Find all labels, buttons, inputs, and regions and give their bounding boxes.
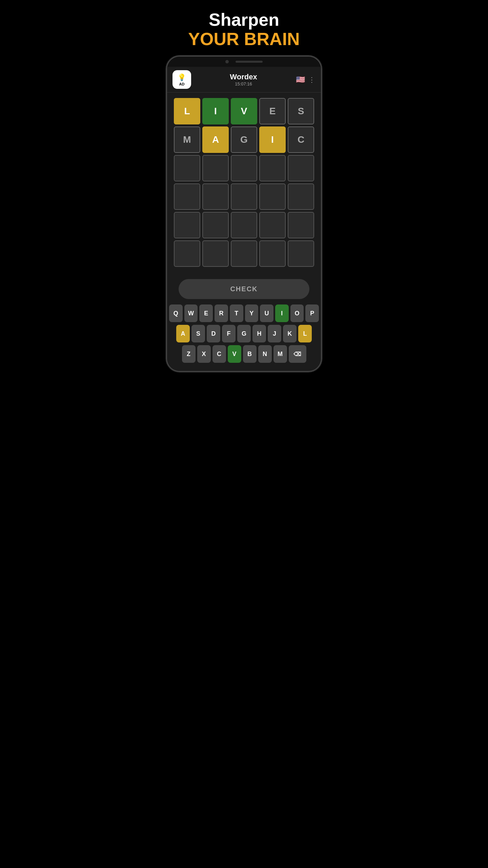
key-button[interactable]: C	[212, 345, 226, 363]
keyboard-row: ASDFGHJKL	[169, 325, 319, 342]
grid-cell	[231, 240, 257, 267]
key-button[interactable]: U	[260, 304, 273, 322]
grid-cell: L	[174, 98, 200, 124]
app-header: 💡 AD Wordex 15:07:16 🇺🇸 ⋮	[167, 67, 321, 93]
key-button[interactable]: N	[258, 345, 272, 363]
grid-cell	[202, 212, 229, 238]
menu-icon[interactable]: ⋮	[308, 76, 316, 84]
grid-cell	[259, 212, 286, 238]
phone-content: 💡 AD Wordex 15:07:16 🇺🇸 ⋮ LIVESMAGIC CHE…	[167, 67, 321, 371]
key-button[interactable]: V	[228, 345, 241, 363]
grid-cell: A	[202, 126, 229, 153]
grid-cell: I	[202, 98, 229, 124]
bulb-icon: 💡	[178, 73, 186, 81]
key-button[interactable]: J	[268, 325, 281, 342]
key-button[interactable]: I	[275, 304, 289, 322]
key-button[interactable]: R	[215, 304, 228, 322]
grid-cell: E	[259, 98, 286, 124]
grid-cell	[259, 240, 286, 267]
key-button[interactable]: A	[176, 325, 190, 342]
check-button[interactable]: CHECK	[179, 279, 309, 299]
grid-cell	[288, 212, 314, 238]
headline: Sharpen YOUR BRAIN	[188, 10, 300, 49]
key-button[interactable]: G	[237, 325, 251, 342]
phone-frame: 💡 AD Wordex 15:07:16 🇺🇸 ⋮ LIVESMAGIC CHE…	[166, 56, 322, 372]
grid-cell: S	[288, 98, 314, 124]
phone-speaker	[236, 61, 263, 63]
key-button[interactable]: Y	[245, 304, 259, 322]
app-title-block: Wordex 15:07:16	[191, 73, 296, 86]
grid-cell	[231, 155, 257, 181]
grid-cell: M	[174, 126, 200, 153]
header-icons: 🇺🇸 ⋮	[296, 75, 316, 84]
ad-label: AD	[179, 82, 185, 86]
grid-cell: I	[259, 126, 286, 153]
key-button[interactable]: K	[283, 325, 297, 342]
grid-cell	[202, 240, 229, 267]
keyboard-row: ZXCVBNM⌫	[169, 345, 319, 363]
key-button[interactable]: F	[222, 325, 236, 342]
grid-cell	[288, 240, 314, 267]
key-button[interactable]: M	[273, 345, 287, 363]
grid-cell	[174, 183, 200, 210]
grid-cell: G	[231, 126, 257, 153]
page-container: Sharpen YOUR BRAIN 💡 AD Wordex 15:07:16 …	[159, 0, 329, 386]
key-button[interactable]: O	[290, 304, 304, 322]
ad-button[interactable]: 💡 AD	[172, 70, 191, 89]
app-timer: 15:07:16	[191, 81, 296, 86]
key-button[interactable]: L	[298, 325, 312, 342]
key-button[interactable]: S	[191, 325, 205, 342]
key-button[interactable]: X	[197, 345, 211, 363]
grid-cell	[174, 240, 200, 267]
key-button[interactable]: Z	[182, 345, 196, 363]
headline-line2: YOUR BRAIN	[188, 29, 300, 49]
keyboard-row: QWERTYUIOP	[169, 304, 319, 322]
key-button[interactable]: Q	[169, 304, 183, 322]
key-button[interactable]: H	[252, 325, 266, 342]
grid-cell	[231, 183, 257, 210]
flag-icon[interactable]: 🇺🇸	[296, 75, 305, 84]
grid-cell	[174, 212, 200, 238]
grid-cell	[231, 212, 257, 238]
game-area: LIVESMAGIC	[167, 93, 321, 276]
keyboard: QWERTYUIOPASDFGHJKLZXCVBNM⌫	[167, 304, 321, 371]
phone-top-bar	[167, 57, 321, 67]
grid-cell: V	[231, 98, 257, 124]
key-button[interactable]: W	[184, 304, 198, 322]
key-button[interactable]: E	[199, 304, 213, 322]
grid-cell: C	[288, 126, 314, 153]
grid-cell	[174, 155, 200, 181]
grid-cell	[288, 183, 314, 210]
key-button[interactable]: P	[305, 304, 319, 322]
key-button[interactable]: D	[207, 325, 220, 342]
grid-cell	[259, 155, 286, 181]
phone-camera	[225, 60, 229, 63]
key-button[interactable]: ⌫	[289, 345, 306, 363]
game-grid: LIVESMAGIC	[174, 98, 314, 267]
grid-cell	[202, 155, 229, 181]
key-button[interactable]: B	[243, 345, 257, 363]
headline-line1: Sharpen	[188, 10, 300, 29]
app-title: Wordex	[191, 73, 296, 81]
grid-cell	[288, 155, 314, 181]
key-button[interactable]: T	[230, 304, 243, 322]
grid-cell	[202, 183, 229, 210]
grid-cell	[259, 183, 286, 210]
